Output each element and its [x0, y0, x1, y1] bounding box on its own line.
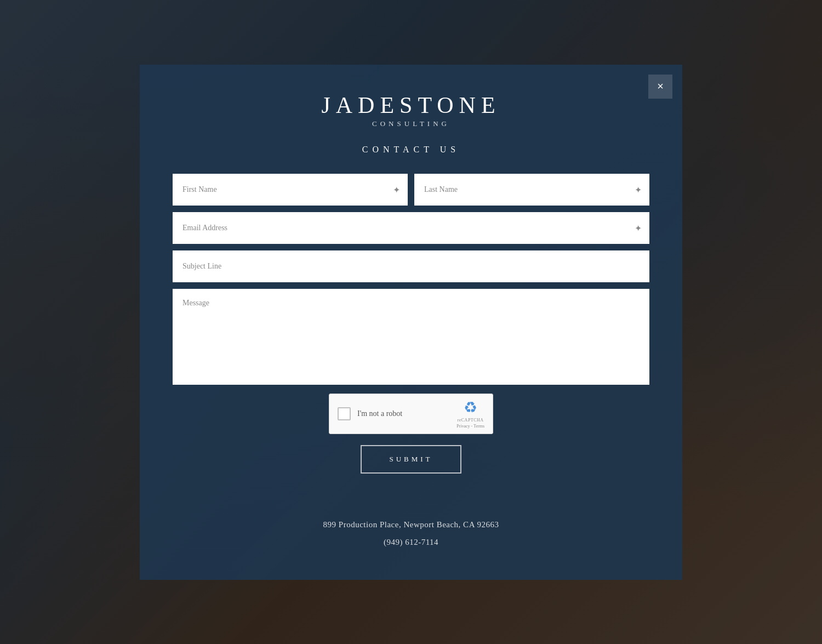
contact-form: ✦ ✦ ✦ I'm not a robot ♻ reCAPTCHA Privac: [173, 174, 649, 474]
recaptcha-icon: ♻: [464, 398, 477, 417]
logo-subtitle: CONSULTING: [321, 119, 500, 128]
contact-address: 899 Production Place, Newport Beach, CA …: [323, 520, 499, 529]
name-row: ✦ ✦: [173, 174, 649, 206]
contact-phone: (949) 612-7114: [323, 538, 499, 547]
logo: JADESTONE CONSULTING: [321, 92, 500, 128]
captcha-container: I'm not a robot ♻ reCAPTCHA Privacy - Te…: [173, 394, 649, 434]
first-name-input[interactable]: [173, 174, 408, 206]
email-input[interactable]: [173, 212, 649, 244]
captcha-brand: reCAPTCHA: [458, 418, 484, 423]
email-field: ✦: [173, 212, 649, 244]
captcha-links: Privacy - Terms: [456, 424, 484, 429]
contact-modal: × JADESTONE CONSULTING CONTACT US ✦ ✦ ✦: [140, 65, 682, 580]
subject-input[interactable]: [173, 250, 649, 282]
captcha-checkbox[interactable]: [338, 407, 351, 420]
captcha-logo: ♻ reCAPTCHA Privacy - Terms: [456, 398, 484, 429]
logo-title: JADESTONE: [321, 92, 500, 118]
captcha-box[interactable]: I'm not a robot ♻ reCAPTCHA Privacy - Te…: [329, 394, 493, 434]
close-button[interactable]: ×: [648, 75, 672, 99]
submit-button[interactable]: SUBMIT: [361, 445, 461, 474]
last-name-input[interactable]: [414, 174, 649, 206]
first-name-required-icon: ✦: [393, 184, 400, 195]
first-name-field: ✦: [173, 174, 408, 206]
contact-heading: CONTACT US: [362, 145, 460, 155]
contact-info: 899 Production Place, Newport Beach, CA …: [323, 487, 499, 547]
subject-field: [173, 250, 649, 282]
close-icon: ×: [657, 80, 664, 93]
captcha-label: I'm not a robot: [357, 409, 450, 418]
last-name-field: ✦: [414, 174, 649, 206]
last-name-required-icon: ✦: [635, 184, 642, 195]
message-input[interactable]: [173, 289, 649, 385]
email-required-icon: ✦: [635, 223, 642, 233]
